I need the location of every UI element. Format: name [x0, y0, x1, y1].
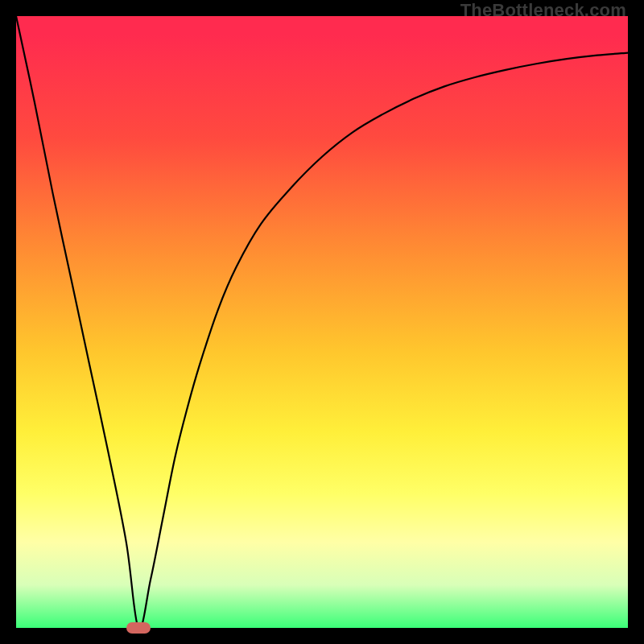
chart-frame: TheBottleneck.com — [0, 0, 644, 644]
bottleneck-curve — [16, 16, 628, 628]
optimum-marker — [126, 622, 151, 634]
watermark-text: TheBottleneck.com — [460, 0, 626, 21]
plot-area — [16, 16, 628, 628]
